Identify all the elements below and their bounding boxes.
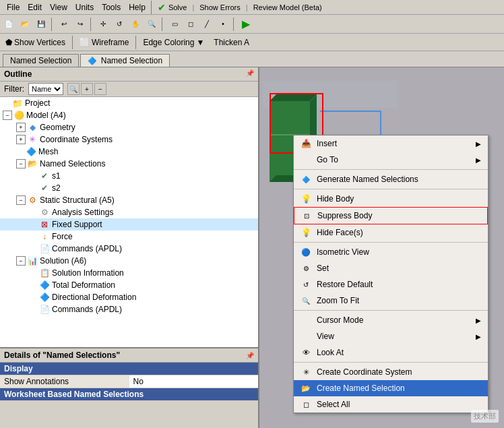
menu-tools[interactable]: Tools (98, 1, 125, 13)
menu-separator (151, 1, 154, 14)
context-set[interactable]: ⚙ Set (294, 260, 488, 276)
tab-named-selection-2[interactable]: 🔷 Named Selection (80, 54, 170, 67)
tree-sol-info[interactable]: 📋 Solution Information (0, 267, 258, 279)
context-create-coord[interactable]: ✳ Create Coordinate System (294, 364, 488, 380)
cursor-mode-label: Cursor Mode (317, 315, 470, 325)
context-insert[interactable]: 📥 Insert ▶ (294, 135, 488, 152)
select-btn[interactable]: ✢ (96, 17, 111, 32)
show-toolbar: ⬟ Show Vertices ⬜ Wireframe Edge Colorin… (0, 34, 504, 51)
tree-fixed-support[interactable]: ⊠ Fixed Support (0, 218, 258, 231)
context-cursor-mode[interactable]: Cursor Mode ▶ (294, 312, 488, 328)
thicken-item[interactable]: Thicken A (211, 36, 252, 49)
filter-icon-2[interactable]: + (81, 83, 93, 95)
context-look-at[interactable]: 👁 Look At (294, 344, 488, 361)
edge-coloring-item[interactable]: Edge Coloring ▼ (140, 36, 207, 49)
context-generate-named[interactable]: 🔷 Generate Named Selections (294, 171, 488, 187)
named-sel-toggle[interactable]: − (16, 159, 26, 169)
rotate-btn[interactable]: ↺ (112, 17, 127, 32)
goto-label: Go To (317, 155, 470, 164)
commands2-label: Commands (APDL) (52, 305, 122, 314)
tree-s1[interactable]: ✔ s1 (0, 170, 258, 182)
context-menu: 📥 Insert ▶ Go To ▶ 🔷 Generate Named Sele… (293, 135, 489, 413)
model-label: Model (A4) (26, 111, 66, 120)
tree-named-selections[interactable]: − 📂 Named Selections (0, 158, 258, 170)
menu-file[interactable]: File (3, 1, 24, 13)
toolbar2-sep2: | (246, 3, 248, 11)
context-restore[interactable]: ↺ Restore Default (294, 276, 488, 293)
look-at-label: Look At (317, 348, 481, 357)
context-hide-face[interactable]: 💡 Hide Face(s) (294, 224, 488, 241)
pan-btn[interactable]: ✋ (128, 17, 143, 32)
save-btn[interactable]: 💾 (34, 17, 49, 32)
open-btn[interactable]: 📂 (18, 17, 32, 32)
tree-mesh[interactable]: 🔷 Mesh (0, 146, 258, 158)
tree-static-structural[interactable]: − ⚙ Static Structural (A5) (0, 194, 258, 206)
tab-named-selection-1[interactable]: Named Selection (3, 54, 79, 67)
sep-3 (294, 242, 488, 243)
goto-icon (301, 154, 311, 165)
cursor-icon (301, 315, 311, 326)
solve-toolbar-btn[interactable]: ▶ (239, 17, 253, 32)
tree-analysis-settings[interactable]: ⚙ Analysis Settings (0, 206, 258, 218)
vertex-btn[interactable]: • (216, 17, 230, 32)
tree-commands-1[interactable]: 📄 Commands (APDL) (0, 243, 258, 255)
tree-area[interactable]: 📁 Project − 🟡 Model (A4) + ◆ Geometry + … (0, 97, 258, 347)
tree-dir-deform[interactable]: 🔷 Directional Deformation (0, 291, 258, 303)
context-create-named[interactable]: 📂 Create Named Selection (294, 380, 488, 396)
edge-btn[interactable]: ╱ (199, 17, 214, 32)
solution-toggle[interactable]: − (16, 256, 26, 266)
geometry-toggle[interactable]: + (16, 123, 26, 132)
context-isometric[interactable]: 🔵 Isometric View (294, 244, 488, 260)
show-errors-button[interactable]: Show Errors (199, 3, 241, 11)
fixed-icon: ⊠ (39, 219, 50, 230)
undo-btn[interactable]: ↩ (57, 17, 71, 32)
show-vertices-icon: ⬟ (5, 38, 12, 47)
show-annotations-label: Show Annotations (0, 375, 129, 388)
box-select-btn[interactable]: ▭ (167, 17, 182, 32)
tab2-icon: 🔷 (88, 57, 97, 65)
view-icon (301, 331, 311, 342)
static-toggle[interactable]: − (16, 195, 26, 205)
tree-project[interactable]: 📁 Project (0, 97, 258, 109)
details-pin[interactable]: 📌 (246, 352, 254, 359)
tree-model[interactable]: − 🟡 Model (A4) (0, 109, 258, 121)
filter-icon-3[interactable]: − (94, 83, 106, 95)
show-vertices-item[interactable]: ⬟ Show Vertices (3, 36, 68, 49)
context-suppress-body[interactable]: ⊡ Suppress Body (294, 207, 488, 224)
review-model-button[interactable]: Review Model (Beta) (253, 3, 322, 11)
tree-total-deform[interactable]: 🔷 Total Deformation (0, 279, 258, 291)
model-toggle[interactable]: − (3, 111, 12, 120)
tree-commands-2[interactable]: 📄 Commands (APDL) (0, 303, 258, 315)
context-zoom-fit[interactable]: 🔍 Zoom To Fit (294, 293, 488, 309)
tree-force[interactable]: ↓ Force (0, 231, 258, 243)
context-goto[interactable]: Go To ▶ (294, 152, 488, 168)
pin-icon[interactable]: 📌 (246, 69, 254, 77)
coord-toggle[interactable]: + (16, 135, 26, 144)
face-btn[interactable]: ◻ (183, 17, 198, 32)
sep2 (90, 18, 93, 31)
redo-btn[interactable]: ↪ (73, 17, 88, 32)
force-label: Force (52, 232, 73, 241)
filter-bar: Filter: Name 🔍 + − (0, 82, 258, 97)
context-select-all[interactable]: ◻ Select All (294, 396, 488, 412)
tree-s2[interactable]: ✔ s2 (0, 182, 258, 194)
filter-select[interactable]: Name (28, 83, 63, 95)
tree-geometry[interactable]: + ◆ Geometry (0, 121, 258, 133)
project-label: Project (25, 98, 50, 108)
show-annotations-value[interactable]: No (129, 375, 259, 388)
filter-icon-1[interactable]: 🔍 (67, 83, 80, 95)
zoom-btn[interactable]: 🔍 (144, 17, 159, 32)
tree-solution[interactable]: − 📊 Solution (A6) (0, 255, 258, 267)
context-view[interactable]: View ▶ (294, 328, 488, 344)
menu-help[interactable]: Help (125, 1, 150, 13)
solution-label: Solution (A6) (40, 256, 86, 266)
menu-edit[interactable]: Edit (24, 1, 46, 13)
wireframe-item[interactable]: ⬜ Wireframe (77, 36, 131, 49)
solve-button[interactable]: Solve (168, 3, 187, 11)
menu-units[interactable]: Units (71, 1, 98, 13)
context-hide-body[interactable]: 💡 Hide Body (294, 191, 488, 207)
set-icon: ⚙ (301, 263, 311, 274)
menu-view[interactable]: View (46, 1, 71, 13)
new-btn[interactable]: 📄 (1, 17, 16, 32)
tree-coord[interactable]: + ✳ Coordinate Systems (0, 133, 258, 146)
